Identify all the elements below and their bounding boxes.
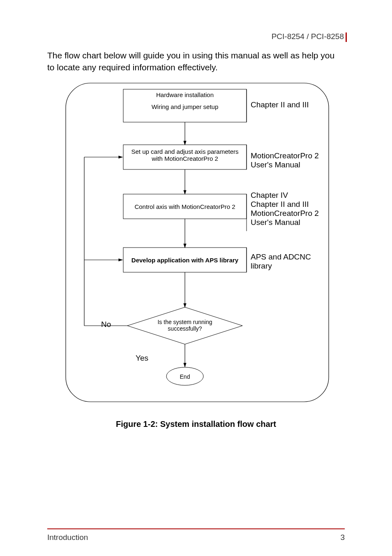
flow-box-hardware-line1: Hardware installation [125, 91, 244, 98]
flow-box-setup: Set up card and adjust axis parameters w… [125, 148, 244, 162]
header-accent-bar [346, 32, 347, 42]
flow-box-hardware-line2: Wiring and jumper setup [125, 103, 244, 110]
flowchart-svg [62, 79, 333, 408]
flow-annot-4: APS and ADCNC library [251, 253, 329, 271]
figure-caption: Figure 1-2: System installation flow cha… [0, 419, 392, 429]
flow-annot-3: Chapter IV Chapter II and III MotionCrea… [251, 191, 333, 227]
flow-box-hardware: Hardware installation Wiring and jumper … [125, 91, 244, 110]
flow-annot-1: Chapter II and III [251, 100, 329, 109]
header-title: PCI-8254 / PCI-8258 [272, 32, 344, 41]
svg-rect-0 [66, 83, 329, 402]
footer-section-name: Introduction [47, 533, 88, 542]
flow-no-label: No [101, 320, 111, 329]
flow-decision: Is the system running successfully? [146, 319, 224, 332]
footer-page-number: 3 [340, 533, 345, 542]
footer-rule [47, 528, 345, 529]
flow-end: End [173, 373, 197, 380]
flow-box-control: Control axis with MotionCreatorPro 2 [125, 203, 244, 210]
flow-yes-label: Yes [136, 354, 148, 363]
flow-annot-3-line1: Chapter IV [251, 191, 333, 200]
flow-annot-2: MotionCreatorPro 2 User's Manual [251, 151, 329, 169]
intro-paragraph: The flow chart below will guide you in u… [47, 49, 343, 74]
page-header: PCI-8254 / PCI-8258 [272, 32, 347, 42]
flow-annot-3-line2: Chapter II and III [251, 200, 333, 209]
flow-annot-3-line3: MotionCreatorPro 2 User's Manual [251, 209, 319, 227]
flow-box-develop: Develop application with APS library [125, 257, 244, 264]
